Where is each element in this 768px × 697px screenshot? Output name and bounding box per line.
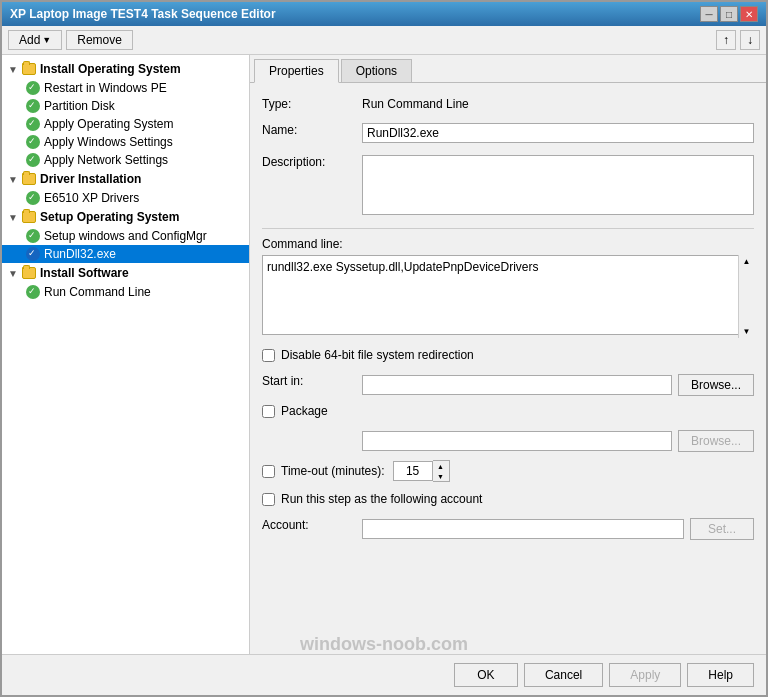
folder-icon: [22, 173, 36, 185]
start-in-container: Browse...: [362, 372, 754, 396]
item-label: Setup windows and ConfigMgr: [44, 229, 207, 243]
description-field[interactable]: [362, 155, 754, 215]
tree-item-setup-windows[interactable]: Setup windows and ConfigMgr: [2, 227, 249, 245]
package-row: Package: [262, 404, 754, 418]
timeout-label: Time-out (minutes):: [281, 464, 385, 478]
tree-group-install-os[interactable]: ▼ Install Operating System: [2, 59, 249, 79]
browse2-button[interactable]: Browse...: [678, 430, 754, 452]
bottom-bar: OK Cancel Apply Help: [2, 654, 766, 695]
add-dropdown-arrow: ▼: [42, 35, 51, 45]
tree-item-restart-winpe[interactable]: Restart in Windows PE: [2, 79, 249, 97]
remove-button[interactable]: Remove: [66, 30, 133, 50]
tree-item-e6510[interactable]: E6510 XP Drivers: [2, 189, 249, 207]
type-row: Type: Run Command Line: [262, 95, 754, 111]
scroll-down[interactable]: ▼: [743, 327, 751, 336]
tree-item-apply-network[interactable]: Apply Network Settings: [2, 151, 249, 169]
window-title: XP Laptop Image TEST4 Task Sequence Edit…: [10, 7, 276, 21]
description-row: Description:: [262, 153, 754, 218]
package-checkbox[interactable]: [262, 405, 275, 418]
add-label: Add: [19, 33, 40, 47]
command-line-field[interactable]: [262, 255, 754, 335]
package-input-spacer: [262, 428, 362, 430]
folder-icon: [22, 267, 36, 279]
disable-64bit-row: Disable 64-bit file system redirection: [262, 348, 754, 362]
move-down-button[interactable]: ↓: [740, 30, 760, 50]
tree-item-apply-windows[interactable]: Apply Windows Settings: [2, 133, 249, 151]
spin-controls: ▲ ▼: [433, 460, 450, 482]
group-label: Install Software: [40, 266, 129, 280]
group-label: Install Operating System: [40, 62, 181, 76]
check-icon: [26, 229, 40, 243]
spin-down-button[interactable]: ▼: [433, 471, 449, 481]
start-in-row: Start in: Browse...: [262, 372, 754, 396]
add-button[interactable]: Add ▼: [8, 30, 62, 50]
minimize-button[interactable]: ─: [700, 6, 718, 22]
item-label: Restart in Windows PE: [44, 81, 167, 95]
toolbar: Add ▼ Remove ↑ ↓: [2, 26, 766, 55]
apply-button[interactable]: Apply: [609, 663, 681, 687]
ok-button[interactable]: OK: [454, 663, 518, 687]
item-label: E6510 XP Drivers: [44, 191, 139, 205]
tree-item-apply-os[interactable]: Apply Operating System: [2, 115, 249, 133]
move-up-button[interactable]: ↑: [716, 30, 736, 50]
spin-up-button[interactable]: ▲: [433, 461, 449, 471]
expand-icon: ▼: [6, 268, 20, 279]
run-as-label: Run this step as the following account: [281, 492, 482, 506]
expand-icon: ▼: [6, 174, 20, 185]
tree-item-run-cmd[interactable]: Run Command Line: [2, 283, 249, 301]
tree-group-setup-os[interactable]: ▼ Setup Operating System: [2, 207, 249, 227]
maximize-button[interactable]: □: [720, 6, 738, 22]
item-label: Apply Operating System: [44, 117, 173, 131]
item-label: Partition Disk: [44, 99, 115, 113]
tree-item-rundll32[interactable]: RunDll32.exe: [2, 245, 249, 263]
package-field[interactable]: [362, 431, 672, 451]
title-bar: XP Laptop Image TEST4 Task Sequence Edit…: [2, 2, 766, 26]
command-line-container: ▲ ▼: [262, 255, 754, 338]
package-input-row: Browse...: [262, 428, 754, 452]
tab-bar: Properties Options: [250, 55, 766, 83]
account-label: Account:: [262, 516, 362, 532]
check-icon: [26, 247, 40, 261]
run-as-checkbox[interactable]: [262, 493, 275, 506]
tree-item-partition-disk[interactable]: Partition Disk: [2, 97, 249, 115]
scroll-up[interactable]: ▲: [743, 257, 751, 266]
name-label: Name:: [262, 121, 362, 137]
check-icon: [26, 135, 40, 149]
right-panel: Properties Options Type: Run Command Lin…: [250, 55, 766, 654]
description-field-container: [362, 153, 754, 218]
command-line-label: Command line:: [262, 237, 754, 251]
tree-group-driver[interactable]: ▼ Driver Installation: [2, 169, 249, 189]
main-content: ▼ Install Operating System Restart in Wi…: [2, 55, 766, 654]
timeout-value[interactable]: [393, 461, 433, 481]
type-value: Run Command Line: [362, 95, 754, 111]
remove-label: Remove: [77, 33, 122, 47]
properties-panel: Type: Run Command Line Name: Description…: [250, 83, 766, 654]
browse1-button[interactable]: Browse...: [678, 374, 754, 396]
name-field-container: [362, 121, 754, 143]
item-label: Apply Windows Settings: [44, 135, 173, 149]
check-icon: [26, 81, 40, 95]
folder-icon: [22, 211, 36, 223]
account-row: Account: Set...: [262, 516, 754, 540]
disable-64bit-checkbox[interactable]: [262, 349, 275, 362]
run-as-row: Run this step as the following account: [262, 492, 754, 506]
set-button[interactable]: Set...: [690, 518, 754, 540]
package-label: Package: [281, 404, 328, 418]
account-field[interactable]: [362, 519, 684, 539]
help-button[interactable]: Help: [687, 663, 754, 687]
start-in-field[interactable]: [362, 375, 672, 395]
type-label: Type:: [262, 95, 362, 111]
close-button[interactable]: ✕: [740, 6, 758, 22]
check-icon: [26, 99, 40, 113]
timeout-checkbox[interactable]: [262, 465, 275, 478]
timeout-row: Time-out (minutes): ▲ ▼: [262, 460, 754, 482]
window-controls: ─ □ ✕: [700, 6, 758, 22]
tab-properties[interactable]: Properties: [254, 59, 339, 83]
tree-group-install-software[interactable]: ▼ Install Software: [2, 263, 249, 283]
main-window: XP Laptop Image TEST4 Task Sequence Edit…: [0, 0, 768, 697]
name-field[interactable]: [362, 123, 754, 143]
cancel-button[interactable]: Cancel: [524, 663, 603, 687]
check-icon: [26, 153, 40, 167]
tab-options[interactable]: Options: [341, 59, 412, 82]
disable-64bit-label: Disable 64-bit file system redirection: [281, 348, 474, 362]
